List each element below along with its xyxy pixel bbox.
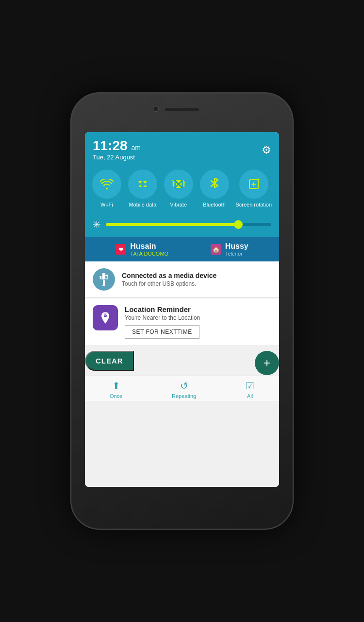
bluetooth-icon-circle <box>200 170 229 199</box>
clear-button[interactable]: CLEAR <box>85 351 134 371</box>
usb-icon <box>93 268 115 291</box>
repeating-icon: ↺ <box>180 380 188 392</box>
usb-notif-subtitle: Touch for other USB options. <box>122 280 216 287</box>
location-notif-content: Location Reminder You're Nearer to the L… <box>125 305 271 339</box>
set-for-nexttime-button[interactable]: SET FOR NEXTTIME <box>125 325 199 339</box>
bottom-navigation: ⬆ Once ↺ Repeating ☑ All <box>85 376 279 401</box>
clock-display: 11:28 am <box>93 139 141 153</box>
svg-line-4 <box>183 180 184 183</box>
nav-repeating[interactable]: ↺ Repeating <box>172 380 196 399</box>
all-label: All <box>247 393 253 399</box>
usb-notif-title: Connected as a media device <box>122 272 216 279</box>
quick-toggles-panel: Wi-Fi Mobile data <box>85 165 279 215</box>
usb-notification[interactable]: Connected as a media device Touch for ot… <box>85 261 279 298</box>
toggle-screen-rotation[interactable]: Screen rotation <box>235 170 272 208</box>
sim2-carrier: Telenor <box>225 251 248 257</box>
add-fab-button[interactable]: + <box>255 351 279 375</box>
svg-rect-10 <box>102 273 105 279</box>
mobile-data-label: Mobile data <box>129 202 156 208</box>
wifi-label: Wi-Fi <box>100 202 113 208</box>
usb-notif-text: Connected as a media device Touch for ot… <box>122 272 216 287</box>
brightness-slider-row: ✳ <box>85 215 279 237</box>
plus-icon: + <box>264 356 270 370</box>
date-text: Tue, 22 August <box>93 154 141 161</box>
all-icon: ☑ <box>246 380 254 392</box>
ampm-text: am <box>131 144 140 152</box>
sim2-name: Hussy <box>225 242 248 251</box>
time-text: 11:28 <box>93 138 128 153</box>
brightness-fill <box>106 223 238 226</box>
notifications-area: Connected as a media device Touch for ot… <box>85 261 279 487</box>
clear-row: CLEAR + <box>85 346 279 376</box>
vibrate-label: Vibrate <box>170 202 187 208</box>
nav-once[interactable]: ⬆ Once <box>110 380 122 399</box>
sim2-icon: 🏠 <box>211 244 221 255</box>
svg-point-9 <box>102 284 105 286</box>
sim-bar: ❤ Husain TATA DOCOMO 🏠 Hussy Telenor <box>85 237 279 261</box>
sim1-item[interactable]: ❤ Husain TATA DOCOMO <box>116 242 168 257</box>
sim1-carrier: TATA DOCOMO <box>130 251 168 257</box>
phone-frame: 11:28 am Tue, 22 August ⚙ Wi-Fi <box>70 92 294 530</box>
toggle-vibrate[interactable]: Vibrate <box>164 170 193 208</box>
once-label: Once <box>110 393 122 399</box>
toggle-bluetooth[interactable]: Bluetooth <box>200 170 229 208</box>
toggle-wifi[interactable]: Wi-Fi <box>92 170 121 208</box>
sim2-item[interactable]: 🏠 Hussy Telenor <box>211 242 248 257</box>
location-notification[interactable]: Location Reminder You're Nearer to the L… <box>85 298 279 346</box>
once-icon: ⬆ <box>112 380 120 392</box>
brightness-icon: ✳ <box>93 219 101 230</box>
vibrate-icon-circle <box>164 170 193 199</box>
toggle-mobile-data[interactable]: Mobile data <box>128 170 157 208</box>
sim1-icon: ❤ <box>116 244 126 255</box>
mobile-data-icon-circle <box>128 170 157 199</box>
location-notif-subtitle: You're Nearer to the Location <box>125 314 271 321</box>
screen-rotation-icon-circle <box>239 170 268 199</box>
front-camera <box>153 106 159 112</box>
status-bar: 11:28 am Tue, 22 August ⚙ <box>85 132 279 165</box>
wifi-icon-circle <box>92 170 121 199</box>
brightness-thumb[interactable] <box>234 220 243 229</box>
time-date-block: 11:28 am Tue, 22 August <box>93 139 141 161</box>
brightness-track[interactable] <box>106 223 271 226</box>
phone-screen: 11:28 am Tue, 22 August ⚙ Wi-Fi <box>85 132 279 487</box>
location-notif-title: Location Reminder <box>125 305 271 313</box>
svg-rect-8 <box>103 280 105 285</box>
bluetooth-label: Bluetooth <box>203 202 225 208</box>
nav-all[interactable]: ☑ All <box>246 380 254 399</box>
repeating-label: Repeating <box>172 393 196 399</box>
screen-rotation-label: Screen rotation <box>235 202 272 208</box>
settings-icon[interactable]: ⚙ <box>262 144 271 156</box>
earpiece-speaker <box>165 108 199 111</box>
sim1-name: Husain <box>130 242 168 251</box>
location-reminder-icon <box>93 305 118 330</box>
